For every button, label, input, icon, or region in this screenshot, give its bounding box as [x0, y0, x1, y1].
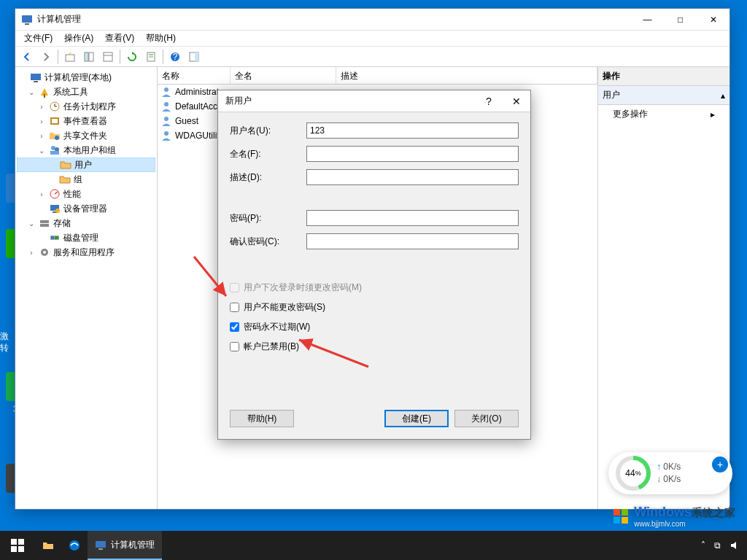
- dialog-titlebar[interactable]: 新用户 ? ✕: [218, 90, 530, 112]
- svg-point-30: [55, 209, 60, 213]
- svg-rect-21: [52, 119, 58, 123]
- desc-input[interactable]: [306, 169, 519, 185]
- menu-action[interactable]: 操作(A): [58, 31, 99, 46]
- help-button[interactable]: 帮助(H): [230, 410, 294, 427]
- chk-disabled[interactable]: 帐户已禁用(B): [230, 341, 519, 353]
- chk-cannot-change-box[interactable]: [230, 303, 239, 312]
- tree-system-tools[interactable]: ⌄系统工具: [17, 85, 155, 99]
- svg-rect-50: [11, 546, 17, 552]
- maximize-button[interactable]: □: [664, 9, 697, 30]
- tray-network-icon[interactable]: ⧉: [714, 540, 721, 551]
- widget-plus-button[interactable]: +: [712, 456, 728, 472]
- chk-never-expires-box[interactable]: [230, 322, 239, 332]
- titlebar[interactable]: 计算机管理 — □ ✕: [15, 9, 729, 31]
- forward-button[interactable]: [37, 48, 55, 66]
- svg-rect-35: [55, 236, 58, 239]
- properties-button[interactable]: [142, 48, 160, 66]
- taskbar-explorer[interactable]: [35, 531, 61, 560]
- desc-label: 描述(D):: [230, 171, 306, 184]
- system-tray[interactable]: ˄ ⧉: [701, 540, 747, 551]
- back-button[interactable]: [18, 48, 36, 66]
- fullname-input[interactable]: [306, 146, 519, 162]
- col-desc[interactable]: 描述: [336, 67, 597, 84]
- usage-ring: 44%: [616, 456, 651, 491]
- toolbar: ?: [15, 47, 729, 67]
- chk-never-expires[interactable]: 密码永不过期(W): [230, 321, 519, 333]
- tree-disk-management[interactable]: 磁盘管理: [17, 230, 155, 245]
- svg-rect-4: [89, 52, 93, 61]
- svg-text:?: ?: [173, 52, 178, 62]
- taskbar-mmc[interactable]: 计算机管理: [88, 531, 162, 560]
- activate-watermark: 激转: [0, 331, 9, 354]
- tray-chevron-icon[interactable]: ˄: [701, 540, 705, 551]
- close-button[interactable]: 关闭(O): [454, 410, 519, 427]
- tree-device-manager[interactable]: 设备管理器: [17, 201, 155, 216]
- arrow-down-icon: ↓: [657, 474, 661, 484]
- create-button[interactable]: 创建(E): [384, 410, 449, 427]
- tree-shared-folders[interactable]: ›共享文件夹: [17, 128, 155, 143]
- svg-point-41: [164, 131, 169, 136]
- menu-view[interactable]: 查看(V): [99, 31, 140, 46]
- help-button[interactable]: ?: [166, 48, 184, 66]
- taskbar[interactable]: 计算机管理 ˄ ⧉: [0, 531, 747, 560]
- password-label: 密码(P):: [230, 212, 306, 225]
- windows-start-icon: [11, 539, 24, 552]
- start-button[interactable]: [0, 531, 35, 560]
- tree-local-users[interactable]: ⌄本地用户和组: [17, 143, 155, 158]
- tree-pane[interactable]: 计算机管理(本地) ⌄系统工具 ›任务计划程序 ›事件查看器 ›共享文件夹 ⌄本…: [15, 67, 158, 509]
- mmc-icon: [95, 539, 107, 551]
- actions-more[interactable]: 更多操作▸: [598, 105, 729, 123]
- tree-task-scheduler[interactable]: ›任务计划程序: [17, 99, 155, 114]
- minimize-button[interactable]: —: [631, 9, 664, 30]
- arrow-up-icon: ↑: [657, 462, 661, 472]
- action-pane-button[interactable]: [185, 48, 203, 66]
- taskbar-edge[interactable]: [61, 531, 88, 560]
- dialog-help-button[interactable]: ?: [475, 90, 503, 112]
- tree-services-apps[interactable]: ›服务和应用程序: [17, 245, 155, 260]
- system-monitor-widget[interactable]: 44% ↑ 0K/s ↓ 0K/s +: [608, 452, 732, 494]
- dialog-close-button[interactable]: ✕: [503, 90, 530, 112]
- svg-rect-13: [195, 52, 198, 61]
- up-button[interactable]: [61, 48, 79, 66]
- confirm-input[interactable]: [306, 233, 519, 249]
- chk-must-change: 用户下次登录时须更改密码(M): [230, 281, 519, 294]
- svg-rect-32: [40, 224, 49, 227]
- svg-rect-34: [51, 236, 54, 239]
- tray-volume-icon[interactable]: [729, 540, 740, 551]
- windows-logo-icon: [612, 508, 630, 525]
- svg-rect-44: [614, 509, 620, 516]
- svg-rect-0: [22, 15, 32, 23]
- refresh-button[interactable]: [123, 48, 141, 66]
- tree-performance[interactable]: ›性能: [17, 187, 155, 201]
- export-list-button[interactable]: [99, 48, 117, 66]
- menubar: 文件(F) 操作(A) 查看(V) 帮助(H): [15, 31, 729, 47]
- svg-rect-2: [66, 55, 74, 61]
- close-button[interactable]: ✕: [697, 9, 729, 30]
- password-input[interactable]: [306, 210, 519, 226]
- col-name[interactable]: 名称: [158, 67, 231, 84]
- confirm-label: 确认密码(C):: [230, 236, 306, 248]
- app-icon: [21, 14, 33, 26]
- tree-root[interactable]: 计算机管理(本地): [17, 70, 155, 85]
- chk-must-change-box: [230, 283, 239, 292]
- username-input[interactable]: [306, 122, 519, 139]
- actions-section-users[interactable]: 用户▴: [598, 86, 729, 105]
- menu-file[interactable]: 文件(F): [18, 31, 58, 46]
- tree-groups[interactable]: 组: [17, 172, 155, 187]
- actions-pane: 操作 用户▴ 更多操作▸: [598, 67, 729, 509]
- svg-point-38: [164, 88, 169, 92]
- tree-users[interactable]: 用户: [17, 158, 155, 172]
- tree-event-viewer[interactable]: ›事件查看器: [17, 114, 155, 128]
- chk-disabled-box[interactable]: [230, 342, 239, 351]
- svg-rect-47: [622, 517, 628, 524]
- svg-rect-54: [98, 548, 103, 550]
- show-hide-tree-button[interactable]: [80, 48, 98, 66]
- svg-rect-46: [614, 517, 620, 524]
- svg-rect-16: [44, 94, 45, 98]
- menu-help[interactable]: 帮助(H): [140, 31, 182, 46]
- tree-storage[interactable]: ⌄存储: [17, 216, 155, 230]
- chk-cannot-change[interactable]: 用户不能更改密码(S): [230, 301, 519, 314]
- svg-rect-51: [18, 546, 24, 552]
- col-fullname[interactable]: 全名: [231, 67, 336, 84]
- svg-point-22: [55, 136, 59, 140]
